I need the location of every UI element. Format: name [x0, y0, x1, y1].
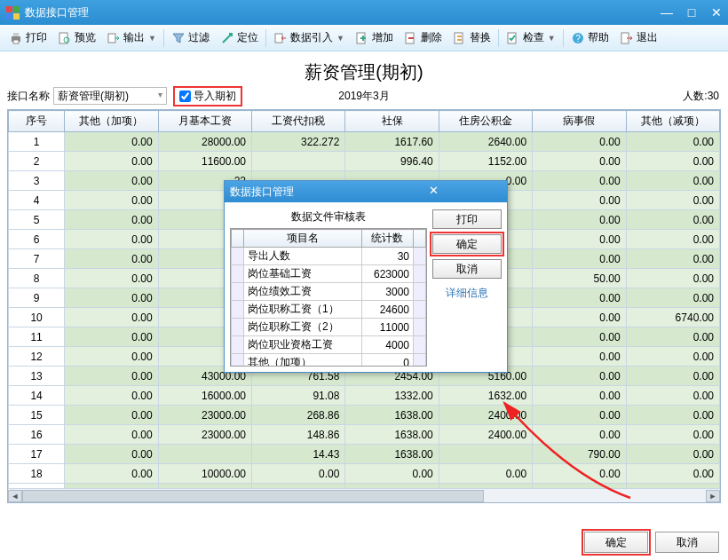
table-row[interactable]: 20.0011600.00996.401152.000.000.00: [9, 152, 720, 171]
cell[interactable]: 15: [9, 406, 65, 425]
minimize-icon[interactable]: —: [661, 6, 673, 19]
table-row[interactable]: 140.0016000.0091.081332.001632.000.000.0…: [9, 386, 720, 406]
cell[interactable]: 7: [9, 249, 65, 269]
cell[interactable]: 1: [9, 132, 65, 152]
cell[interactable]: 0.00: [252, 464, 345, 484]
cell[interactable]: 0.00: [65, 367, 158, 386]
cell[interactable]: 0.00: [65, 171, 158, 191]
import-initial-checkbox[interactable]: [179, 91, 191, 102]
cell[interactable]: 0.00: [533, 171, 626, 191]
cell[interactable]: 3: [9, 171, 65, 191]
cell[interactable]: 1617.60: [345, 132, 439, 152]
scroll-left-icon[interactable]: ◄: [8, 490, 22, 502]
help-button[interactable]: ?帮助: [566, 28, 614, 47]
cell[interactable]: 0.00: [626, 191, 719, 210]
cell[interactable]: 14.43: [252, 445, 345, 464]
dialog-detail-link[interactable]: 详细信息: [432, 284, 502, 303]
cell[interactable]: 23000.00: [158, 406, 251, 425]
cell[interactable]: 0.00: [65, 386, 158, 406]
cell[interactable]: 0.00: [533, 386, 626, 406]
cell[interactable]: 10000.00: [158, 464, 251, 484]
cell[interactable]: 1638.00: [345, 425, 439, 445]
exit-button[interactable]: 退出: [614, 28, 663, 47]
cell[interactable]: 0.00: [626, 288, 719, 308]
cell[interactable]: [158, 445, 251, 464]
cell[interactable]: 0.00: [533, 367, 626, 386]
cell[interactable]: 10: [9, 308, 65, 327]
add-button[interactable]: 增加: [350, 28, 399, 47]
audit-row[interactable]: 岗位职称工资（1）24600: [232, 301, 426, 319]
audit-row[interactable]: 岗位职称工资（2）11000: [232, 319, 426, 336]
cell[interactable]: 0.00: [533, 308, 626, 327]
cell[interactable]: 0.00: [533, 132, 626, 152]
cell[interactable]: 0.00: [65, 425, 158, 445]
cell[interactable]: 0.00: [345, 464, 439, 484]
cell[interactable]: 790.00: [533, 445, 626, 464]
column-header[interactable]: 住房公积金: [439, 111, 532, 132]
cell[interactable]: 13: [9, 367, 65, 386]
cell[interactable]: 16000.00: [158, 386, 251, 406]
cell[interactable]: 0.00: [65, 152, 158, 171]
cell[interactable]: 0.00: [533, 152, 626, 171]
cell[interactable]: 2400.00: [439, 406, 532, 425]
cell[interactable]: 0.00: [533, 191, 626, 210]
cell[interactable]: 1632.00: [439, 386, 532, 406]
audit-row[interactable]: 岗位绩效工资3000: [232, 283, 426, 301]
import-button[interactable]: 数据引入▼: [268, 28, 350, 47]
table-row[interactable]: 170.0014.431638.00790.000.00: [9, 445, 720, 464]
audit-row[interactable]: 其他（加项）0: [232, 354, 426, 367]
cell[interactable]: [439, 445, 532, 464]
cell[interactable]: 2400.00: [439, 425, 532, 445]
cell[interactable]: 5: [9, 210, 65, 230]
cell[interactable]: 0.00: [533, 425, 626, 445]
column-header[interactable]: 序号: [9, 111, 65, 132]
cell[interactable]: 1638.00: [345, 406, 439, 425]
column-header[interactable]: 病事假: [533, 111, 626, 132]
preview-button[interactable]: 预览: [52, 28, 101, 47]
cell[interactable]: 0.00: [65, 249, 158, 269]
cell[interactable]: 0.00: [65, 406, 158, 425]
cell[interactable]: 0.00: [626, 425, 719, 445]
cell[interactable]: 0.00: [626, 269, 719, 288]
cell[interactable]: 0.00: [65, 445, 158, 464]
audit-row[interactable]: 导出人数30: [232, 248, 426, 265]
cell[interactable]: 0.00: [533, 327, 626, 347]
table-row[interactable]: 150.0023000.00268.861638.002400.000.000.…: [9, 406, 720, 425]
cell[interactable]: 0.00: [533, 347, 626, 367]
cell[interactable]: 4: [9, 191, 65, 210]
cell[interactable]: 0.00: [65, 191, 158, 210]
cell[interactable]: 996.40: [345, 152, 439, 171]
cell[interactable]: 0.00: [626, 386, 719, 406]
dialog-ok-button[interactable]: 确定: [432, 234, 502, 254]
cell[interactable]: 0.00: [533, 288, 626, 308]
locate-button[interactable]: 定位: [215, 28, 264, 47]
column-header[interactable]: 工资代扣税: [252, 111, 345, 132]
table-row[interactable]: 180.0010000.000.000.000.000.000.00: [9, 464, 720, 484]
cell[interactable]: 11600.00: [158, 152, 251, 171]
output-button[interactable]: 输出▼: [101, 28, 162, 47]
cell[interactable]: 0.00: [533, 230, 626, 249]
cell[interactable]: 0.00: [65, 230, 158, 249]
cell[interactable]: 16: [9, 425, 65, 445]
cell[interactable]: 11: [9, 327, 65, 347]
cell[interactable]: 0.00: [626, 367, 719, 386]
cell[interactable]: [252, 152, 345, 171]
table-row[interactable]: 10.0028000.00322.2721617.602640.000.000.…: [9, 132, 720, 152]
cell[interactable]: 6: [9, 230, 65, 249]
replace-button[interactable]: 替换: [447, 28, 496, 47]
check-button[interactable]: 检查▼: [501, 28, 561, 47]
cell[interactable]: 0.00: [626, 464, 719, 484]
cell[interactable]: 322.272: [252, 132, 345, 152]
cell[interactable]: 268.86: [252, 406, 345, 425]
scroll-thumb[interactable]: [22, 490, 484, 502]
cell[interactable]: 0.00: [65, 132, 158, 152]
dialog-cancel-button[interactable]: 取消: [432, 259, 502, 279]
cell[interactable]: 0.00: [626, 132, 719, 152]
cell[interactable]: 0.00: [65, 347, 158, 367]
horizontal-scrollbar[interactable]: ◄ ►: [8, 488, 720, 502]
cell[interactable]: 0.00: [626, 171, 719, 191]
cell[interactable]: 0.00: [533, 406, 626, 425]
cell[interactable]: 1332.00: [345, 386, 439, 406]
cell[interactable]: 0.00: [626, 249, 719, 269]
cell[interactable]: 8: [9, 269, 65, 288]
